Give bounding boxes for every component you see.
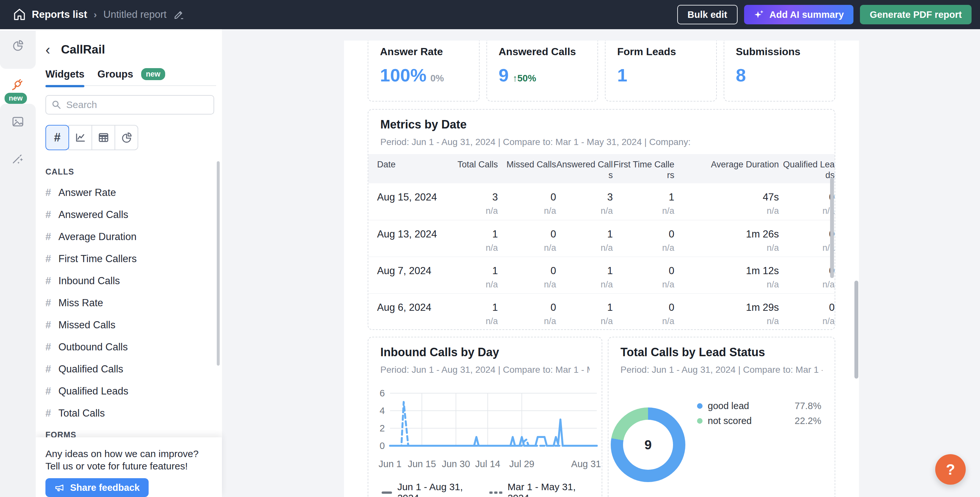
sidebar-widget-item[interactable]: #Answer Rate: [45, 182, 222, 204]
donut-body: 9 good lead 77.8% ↑40% not scor: [611, 396, 822, 482]
kpi-value: 1: [617, 65, 627, 86]
col-qualified-leads: Qualified Leads: [779, 159, 835, 183]
kpi-title: Form Leads: [617, 45, 705, 58]
kpi-card-form-leads[interactable]: Form Leads 1: [605, 41, 717, 102]
sidebar-item-label: Total Calls: [59, 408, 105, 419]
add-ai-summary-label: Add AI summary: [769, 10, 844, 20]
hash-icon: #: [45, 319, 59, 331]
donut-chart-title: Total Calls by Lead Status: [620, 345, 822, 359]
tab-widgets[interactable]: Widgets: [45, 68, 84, 80]
sidebar-widget-item[interactable]: #Miss Rate: [45, 292, 222, 314]
canvas-scrollbar[interactable]: [854, 281, 858, 379]
x-tick-label: Jul 29: [509, 459, 534, 469]
y-tick-label: 2: [372, 423, 385, 434]
sidebar-back-chevron[interactable]: ‹: [45, 45, 56, 54]
cell-value: 0n/a: [779, 294, 835, 330]
sidebar-widget-item[interactable]: #Average Duration: [45, 226, 222, 248]
kpi-value: 8: [736, 65, 746, 86]
app-body: new ‹ CallRail Widgets Groups new #: [0, 29, 980, 497]
hash-icon: #: [45, 231, 59, 243]
widget-type-pie[interactable]: [115, 125, 138, 150]
slice-change: ↑40%: [821, 401, 835, 411]
pie-chart-rail-icon[interactable]: [11, 39, 24, 52]
col-average-duration: Average Duration: [674, 159, 779, 183]
total-calls-by-lead-status-widget[interactable]: Total Calls by Lead Status Period: Jun 1…: [608, 337, 835, 497]
x-tick-label: Jun 15: [407, 459, 436, 469]
sidebar-item-label: Qualified Leads: [59, 386, 128, 397]
magic-wand-rail-icon[interactable]: [11, 152, 24, 165]
charts-row: Inbound Calls by Day Period: Jun 1 - Aug…: [368, 337, 835, 497]
donut-legend-row-good-lead: good lead 77.8% ↑40%: [697, 399, 835, 413]
table-scrollbar[interactable]: [830, 178, 834, 278]
cell-value: 0n/a: [779, 183, 835, 220]
tab-groups[interactable]: Groups: [97, 68, 133, 80]
donut-legend: good lead 77.8% ↑40% not scored 22.2% ↑1…: [697, 399, 835, 482]
home-icon[interactable]: [13, 8, 26, 21]
metrics-by-date-widget[interactable]: Metrics by Date Period: Jun 1 - Aug 31, …: [368, 109, 835, 330]
line-chart-icon: [74, 132, 87, 144]
sidebar-widget-item[interactable]: #Missed Calls: [45, 314, 222, 336]
cell-date: Aug 13, 2024: [377, 220, 445, 257]
add-ai-summary-button[interactable]: Add AI summary: [744, 5, 853, 24]
breadcrumb-reports-list[interactable]: Reports list: [32, 9, 87, 21]
kpi-card-answered-calls[interactable]: Answered Calls 9↑50%: [487, 41, 598, 102]
sidebar-widget-item[interactable]: #Outbound Calls: [45, 336, 222, 358]
widget-sidebar: ‹ CallRail Widgets Groups new # CALLS #A…: [36, 29, 222, 497]
kpi-card-answer-rate[interactable]: Answer Rate 100%0%: [368, 41, 480, 102]
slice-percent: 22.2%: [783, 416, 821, 426]
sidebar-item-label: Answered Calls: [59, 209, 128, 221]
kpi-title: Submissions: [736, 45, 823, 58]
cell-value: 0n/a: [612, 294, 674, 330]
share-feedback-button[interactable]: Share feedback: [45, 478, 149, 497]
image-rail-icon[interactable]: [11, 115, 24, 128]
sidebar-item-label: Qualified Calls: [59, 364, 123, 375]
integrations-plug-icon[interactable]: [10, 77, 25, 92]
sidebar-scrollbar[interactable]: [217, 161, 220, 365]
generate-pdf-button[interactable]: Generate PDF report: [860, 5, 972, 24]
donut-legend-row-not-scored: not scored 22.2% ↑100%: [697, 413, 835, 428]
col-date: Date: [377, 159, 445, 183]
bulk-edit-button[interactable]: Bulk edit: [677, 5, 738, 24]
search-input[interactable]: [45, 95, 214, 114]
sidebar-widget-item[interactable]: #Answered Calls: [45, 204, 222, 226]
edit-report-name-icon[interactable]: [173, 9, 185, 21]
cell-value: 1n/a: [445, 294, 498, 330]
cell-value: 0n/a: [498, 294, 556, 330]
sidebar-item-label: Outbound Calls: [59, 341, 128, 353]
table-icon: [97, 132, 110, 144]
widget-type-number[interactable]: #: [45, 125, 69, 150]
sidebar-widget-item[interactable]: #Total Calls: [45, 402, 222, 424]
widget-type-table[interactable]: [92, 125, 115, 150]
kpi-delta: ↑50%: [513, 73, 536, 84]
legend-compare-period: Mar 1 - May 31, 2024: [489, 481, 590, 497]
kpi-cards-row: Answer Rate 100%0% Answered Calls 9↑50% …: [368, 41, 835, 102]
report-sheet: Answer Rate 100%0% Answered Calls 9↑50% …: [344, 41, 859, 497]
widget-type-toggle: #: [45, 125, 222, 150]
sidebar-widget-item[interactable]: #Qualified Calls: [45, 358, 222, 380]
groups-new-badge: new: [141, 68, 165, 80]
donut-chart-period: Period: Jun 1 - Aug 31, 2024 | Compare t…: [620, 365, 822, 375]
hash-icon: #: [45, 209, 59, 221]
slice-label: not scored: [708, 416, 783, 426]
sidebar-item-label: Miss Rate: [59, 297, 103, 309]
sidebar-item-label: Answer Rate: [59, 187, 116, 198]
inbound-calls-by-day-widget[interactable]: Inbound Calls by Day Period: Jun 1 - Aug…: [368, 337, 602, 497]
kpi-card-submissions[interactable]: Submissions 8: [724, 41, 835, 102]
hash-icon: #: [45, 187, 59, 198]
hash-icon: #: [45, 297, 59, 309]
kpi-delta: 0%: [430, 73, 444, 84]
sidebar-widget-item[interactable]: #Inbound Calls: [45, 270, 222, 292]
x-tick-label: Jun 30: [442, 459, 470, 469]
search-icon: [51, 100, 62, 110]
widget-type-linechart[interactable]: [68, 125, 92, 150]
help-button[interactable]: ?: [935, 454, 966, 485]
top-bar: Reports list › Untitled report Bulk edit…: [0, 0, 980, 29]
sidebar-widget-item[interactable]: #First Time Callers: [45, 248, 222, 270]
share-feedback-label: Share feedback: [70, 483, 140, 493]
x-tick-label: Aug 31: [571, 459, 601, 469]
kpi-value: 100%: [380, 65, 426, 86]
cell-date: Aug 6, 2024: [377, 294, 445, 330]
sidebar-widget-item[interactable]: #Qualified Leads: [45, 380, 222, 402]
cell-value: 1m 29sn/a: [674, 294, 779, 330]
sidebar-tabs: Widgets Groups new: [45, 68, 216, 86]
